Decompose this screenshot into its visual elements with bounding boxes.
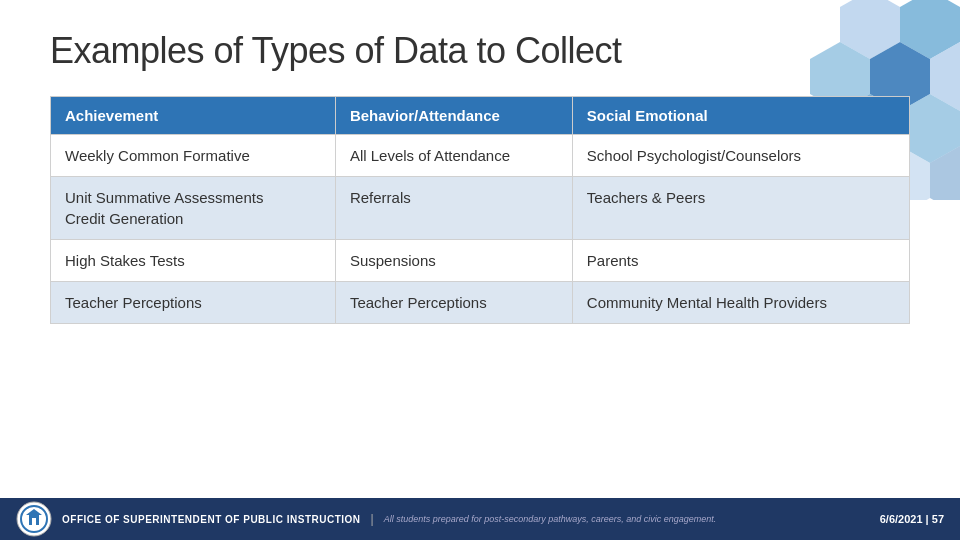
table-cell-r1-c2: Teachers & Peers: [572, 177, 909, 240]
footer: OFFICE OF SUPERINTENDENT OF PUBLIC INSTR…: [0, 498, 960, 540]
table-cell-r3-c2: Community Mental Health Providers: [572, 282, 909, 324]
footer-divider: |: [371, 512, 374, 526]
table-cell-r0-c2: School Psychologist/Counselors: [572, 135, 909, 177]
table-row: Unit Summative AssessmentsCredit Generat…: [51, 177, 910, 240]
table-cell-r0-c0: Weekly Common Formative: [51, 135, 336, 177]
main-content: Examples of Types of Data to Collect Ach…: [0, 0, 960, 344]
footer-logo: [16, 501, 52, 537]
col-header-behavior: Behavior/Attendance: [335, 97, 572, 135]
table-row: High Stakes TestsSuspensionsParents: [51, 240, 910, 282]
table-row: Weekly Common FormativeAll Levels of Att…: [51, 135, 910, 177]
footer-date: 6/6/2021 | 57: [880, 513, 944, 525]
table-cell-r2-c2: Parents: [572, 240, 909, 282]
table-cell-r2-c0: High Stakes Tests: [51, 240, 336, 282]
data-table: Achievement Behavior/Attendance Social E…: [50, 96, 910, 324]
table-cell-r1-c1: Referrals: [335, 177, 572, 240]
col-header-achievement: Achievement: [51, 97, 336, 135]
table-header-row: Achievement Behavior/Attendance Social E…: [51, 97, 910, 135]
footer-org-name: OFFICE OF SUPERINTENDENT OF PUBLIC INSTR…: [62, 514, 361, 525]
col-header-social: Social Emotional: [572, 97, 909, 135]
table-row: Teacher PerceptionsTeacher PerceptionsCo…: [51, 282, 910, 324]
table-cell-r3-c0: Teacher Perceptions: [51, 282, 336, 324]
footer-tagline: All students prepared for post-secondary…: [384, 514, 880, 524]
table-cell-r0-c1: All Levels of Attendance: [335, 135, 572, 177]
svg-rect-4: [32, 518, 36, 525]
table-cell-r3-c1: Teacher Perceptions: [335, 282, 572, 324]
page-title: Examples of Types of Data to Collect: [50, 30, 910, 72]
table-cell-r2-c1: Suspensions: [335, 240, 572, 282]
table-cell-r1-c0: Unit Summative AssessmentsCredit Generat…: [51, 177, 336, 240]
